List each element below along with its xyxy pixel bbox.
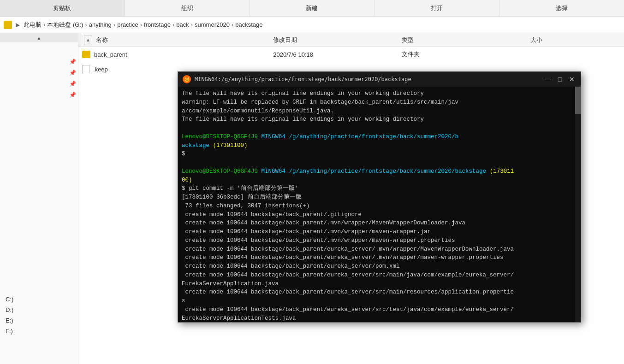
terminal-close-btn[interactable]: ✕ <box>568 75 576 83</box>
sidebar-scroll-up[interactable]: ▲ <box>0 33 78 42</box>
col-type-header[interactable]: 类型 <box>398 36 527 44</box>
breadcrumb-practice[interactable]: practice <box>117 21 138 28</box>
file-cell-type: 文件夹 <box>398 50 527 59</box>
sidebar-drive-items: C:) D:) E:) F:) <box>0 294 78 336</box>
terminal-window: 🐱 MINGW64:/g/anything/practice/frontstag… <box>178 71 581 323</box>
drive-d[interactable]: D:) <box>0 305 78 315</box>
sep-5: › <box>172 21 174 28</box>
toolbar-clipboard[interactable]: 剪贴板 <box>0 0 125 16</box>
pin-icon-1[interactable]: 📌 <box>69 58 76 65</box>
toolbar-organize[interactable]: 组织 <box>125 0 250 16</box>
pin-icon-3[interactable]: 📌 <box>69 80 76 88</box>
toolbar-new[interactable]: 新建 <box>250 0 375 16</box>
sidebar-pin-icons: 📌 📌 📌 📌 <box>0 56 78 100</box>
drive-e[interactable]: E:) <box>0 315 78 326</box>
breadcrumb-frontstage[interactable]: frontstage <box>144 21 171 28</box>
terminal-body[interactable]: The file will have its original line end… <box>178 87 581 322</box>
breadcrumb-pc[interactable]: 此电脑 <box>24 21 42 29</box>
breadcrumb: ▶ 此电脑 › 本地磁盘 (G:) › anything › practice … <box>0 17 624 33</box>
toolbar: 剪贴板 组织 新建 打开 选择 <box>0 0 624 17</box>
sep-7: › <box>232 21 233 28</box>
toolbar-open[interactable]: 打开 <box>374 0 499 16</box>
breadcrumb-drive[interactable]: 本地磁盘 (G:) <box>47 21 83 29</box>
sort-asc-btn[interactable]: ▲ <box>84 35 92 45</box>
terminal-minimize-btn[interactable]: — <box>544 75 552 83</box>
pin-icon-2[interactable]: 📌 <box>69 69 76 76</box>
sep-6: › <box>191 21 193 28</box>
col-size-header[interactable]: 大小 <box>527 36 624 44</box>
folder-icon <box>82 51 90 58</box>
terminal-titlebar: 🐱 MINGW64:/g/anything/practice/frontstag… <box>178 72 581 87</box>
col-date-header[interactable]: 修改日期 <box>269 36 398 44</box>
folder-icon <box>4 21 12 29</box>
toolbar-select[interactable]: 选择 <box>499 0 624 16</box>
drive-c[interactable]: C:) <box>0 294 78 305</box>
file-cell-date: 2020/7/6 10:18 <box>269 51 398 58</box>
terminal-content: The file will have its original line end… <box>182 89 577 322</box>
terminal-scrollbar[interactable] <box>575 87 581 322</box>
sep-1: › <box>43 21 45 28</box>
sep-3: › <box>113 21 115 28</box>
breadcrumb-anything[interactable]: anything <box>89 21 112 28</box>
pin-icon-4[interactable]: 📌 <box>69 91 76 99</box>
column-headers: ▲ 名称 修改日期 类型 大小 <box>78 33 624 47</box>
sep-4: › <box>140 21 142 28</box>
table-row[interactable]: back_parent 2020/7/6 10:18 文件夹 <box>78 47 624 62</box>
col-name-header: ▲ 名称 <box>78 35 269 45</box>
breadcrumb-back[interactable]: back <box>176 21 189 28</box>
file-icon <box>82 65 89 73</box>
breadcrumb-summer2020[interactable]: summer2020 <box>195 21 230 28</box>
terminal-logo: 🐱 <box>183 75 191 83</box>
breadcrumb-backstage[interactable]: backstage <box>235 21 262 28</box>
terminal-title: MINGW64:/g/anything/practice/frontstage/… <box>195 76 540 82</box>
sidebar: ▲ 📌 📌 📌 📌 C:) D:) E:) F:) <box>0 33 78 364</box>
terminal-scroll-thumb[interactable] <box>575 87 581 114</box>
file-cell-name: back_parent <box>78 51 269 58</box>
breadcrumb-arrow: ▶ <box>16 22 20 28</box>
drive-f[interactable]: F:) <box>0 326 78 336</box>
sep-2: › <box>85 21 87 28</box>
terminal-maximize-btn[interactable]: □ <box>556 75 564 83</box>
